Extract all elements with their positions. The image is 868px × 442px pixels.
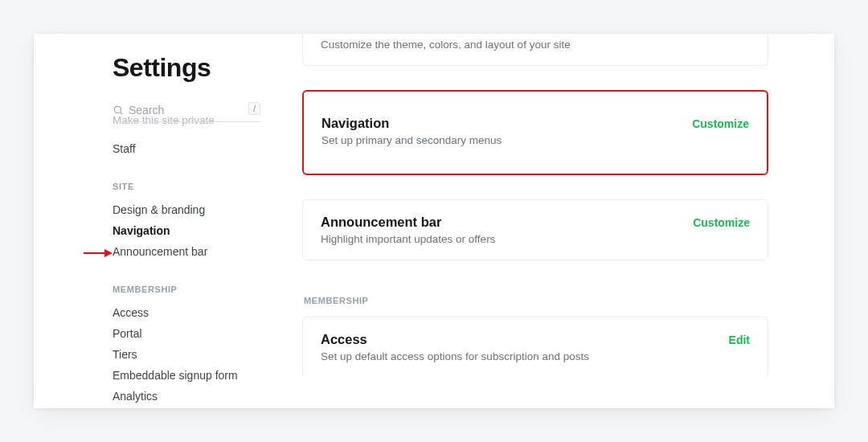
edit-access-button[interactable]: Edit <box>729 332 750 346</box>
search-input[interactable] <box>129 104 260 117</box>
card-desc: Highlight important updates or offers <box>321 233 495 245</box>
card-announcement: Announcement bar Highlight important upd… <box>302 199 768 260</box>
card-desc: Customize the theme, colors, and layout … <box>321 39 571 51</box>
sidebar-item-tiers[interactable]: Tiers <box>113 344 260 365</box>
svg-marker-3 <box>104 249 113 257</box>
sidebar-item-announcement[interactable]: Announcement bar <box>113 241 260 262</box>
card-design: Customize the theme, colors, and layout … <box>302 34 768 66</box>
main-content: Customize the theme, colors, and layout … <box>283 34 834 408</box>
card-navigation: Navigation Set up primary and secondary … <box>302 90 768 175</box>
card-info: Access Set up default access options for… <box>321 332 589 362</box>
card-title: Navigation <box>321 116 502 131</box>
customize-announcement-button[interactable]: Customize <box>693 215 750 229</box>
card-info: Customize the theme, colors, and layout … <box>321 34 571 51</box>
svg-point-0 <box>114 106 121 113</box>
main-section-membership: MEMBERSHIP <box>304 296 768 305</box>
sidebar-item-analytics[interactable]: Analytics <box>113 386 260 407</box>
sidebar-item-navigation[interactable]: Navigation <box>113 220 260 241</box>
card-info: Navigation Set up primary and secondary … <box>321 116 502 146</box>
card-title: Announcement bar <box>321 215 495 230</box>
card-title: Access <box>321 332 589 347</box>
settings-window: Settings Make this site private / Staff … <box>34 34 834 408</box>
search-shortcut-badge: / <box>248 102 260 115</box>
search-field[interactable]: / <box>113 104 260 122</box>
customize-navigation-button[interactable]: Customize <box>692 116 749 130</box>
svg-line-1 <box>121 113 123 115</box>
sidebar-nav: Staff SITE Design & branding Navigation … <box>113 138 260 407</box>
card-desc: Set up default access options for subscr… <box>321 350 589 362</box>
sidebar-item-signup-form[interactable]: Embeddable signup form <box>113 365 260 386</box>
arrow-annotation-icon <box>82 248 114 259</box>
sidebar-item-staff[interactable]: Staff <box>113 138 260 159</box>
sidebar: Settings Make this site private / Staff … <box>34 34 283 408</box>
search-icon <box>113 104 124 116</box>
sidebar-item-design[interactable]: Design & branding <box>113 199 260 220</box>
sidebar-item-access[interactable]: Access <box>113 302 260 323</box>
card-info: Announcement bar Highlight important upd… <box>321 215 495 245</box>
card-desc: Set up primary and secondary menus <box>321 134 502 146</box>
sidebar-item-portal[interactable]: Portal <box>113 323 260 344</box>
sidebar-group-membership: MEMBERSHIP <box>113 284 260 294</box>
page-title: Settings <box>113 53 260 83</box>
sidebar-group-site: SITE <box>113 182 260 191</box>
card-access: Access Set up default access options for… <box>302 317 768 377</box>
